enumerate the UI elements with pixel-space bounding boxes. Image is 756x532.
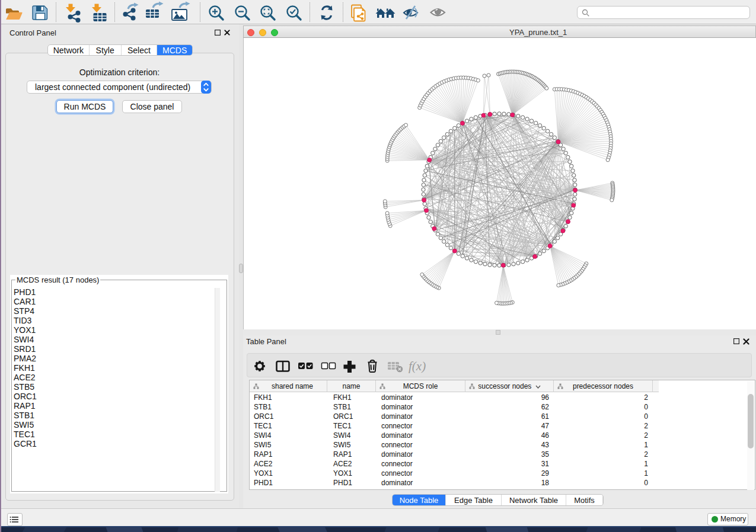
svg-text:f(x): f(x) xyxy=(409,359,426,373)
